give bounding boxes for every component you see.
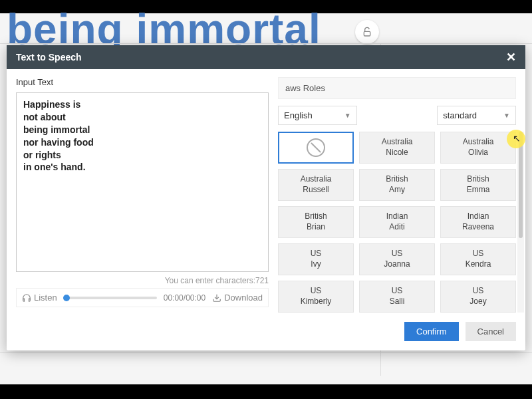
language-select[interactable]: English ▼	[278, 106, 357, 125]
background-heading: being immortal	[0, 13, 532, 45]
divider	[0, 43, 532, 44]
roles-input[interactable]	[278, 77, 516, 99]
voice-tile-amy[interactable]: BritishAmy	[359, 169, 435, 201]
modal-header: Text to Speech ✕	[7, 45, 525, 69]
voice-tile-joey[interactable]: USJoey	[440, 281, 516, 313]
voice-tile-nicole[interactable]: AustraliaNicole	[359, 132, 435, 164]
quality-select[interactable]: standard ▼	[437, 106, 516, 125]
voice-tile-kimberly[interactable]: USKimberly	[278, 281, 354, 313]
voice-tile-joanna[interactable]: USJoanna	[359, 243, 435, 275]
voice-tile-olivia[interactable]: AustraliaOlivia	[440, 132, 516, 164]
voice-tile-brian[interactable]: BritishBrian	[278, 206, 354, 238]
chevron-down-icon: ▼	[503, 112, 510, 119]
prohibited-icon	[307, 138, 325, 157]
audio-slider[interactable]	[64, 297, 157, 299]
listen-button[interactable]: Listen	[22, 293, 57, 303]
voice-tile-russell[interactable]: AustraliaRussell	[278, 169, 354, 201]
voice-tile-salli[interactable]: USSalli	[359, 281, 435, 313]
modal-footer: Confirm Cancel	[7, 315, 525, 350]
divider	[0, 352, 532, 353]
svg-rect-0	[364, 31, 370, 36]
cancel-button[interactable]: Cancel	[466, 322, 516, 341]
window-bottom-bar	[0, 384, 532, 399]
time-display: 00:00/00:00	[164, 293, 205, 303]
confirm-button[interactable]: Confirm	[404, 322, 459, 341]
voice-tile-none[interactable]	[278, 132, 354, 164]
voice-tile-aditi[interactable]: IndianAditi	[359, 206, 435, 238]
slider-thumb[interactable]	[63, 295, 70, 301]
cursor-icon: ↖	[513, 133, 521, 144]
download-icon	[212, 293, 221, 303]
voice-grid: AustraliaNicoleAustraliaOliviaAustraliaR…	[278, 132, 516, 313]
lock-icon[interactable]	[355, 20, 379, 44]
character-counter: You can enter characters:721	[16, 276, 269, 285]
audio-controls: Listen 00:00/00:00 Download	[16, 288, 269, 307]
chevron-down-icon: ▼	[344, 112, 351, 119]
download-button[interactable]: Download	[212, 293, 263, 303]
cursor-highlight: ↖	[507, 130, 525, 148]
voice-tile-emma[interactable]: BritishEmma	[440, 169, 516, 201]
modal-title: Text to Speech	[16, 52, 82, 63]
voice-tile-ivy[interactable]: USIvy	[278, 243, 354, 275]
voice-tile-kendra[interactable]: USKendra	[440, 243, 516, 275]
headphones-icon	[22, 293, 31, 303]
voice-tile-raveena[interactable]: IndianRaveena	[440, 206, 516, 238]
tts-modal: Text to Speech ✕ Input Text Happiness is…	[7, 45, 525, 350]
close-icon[interactable]: ✕	[506, 53, 516, 62]
input-text-label: Input Text	[16, 77, 269, 87]
text-input-area[interactable]: Happiness is not about being immortal no…	[16, 92, 269, 272]
